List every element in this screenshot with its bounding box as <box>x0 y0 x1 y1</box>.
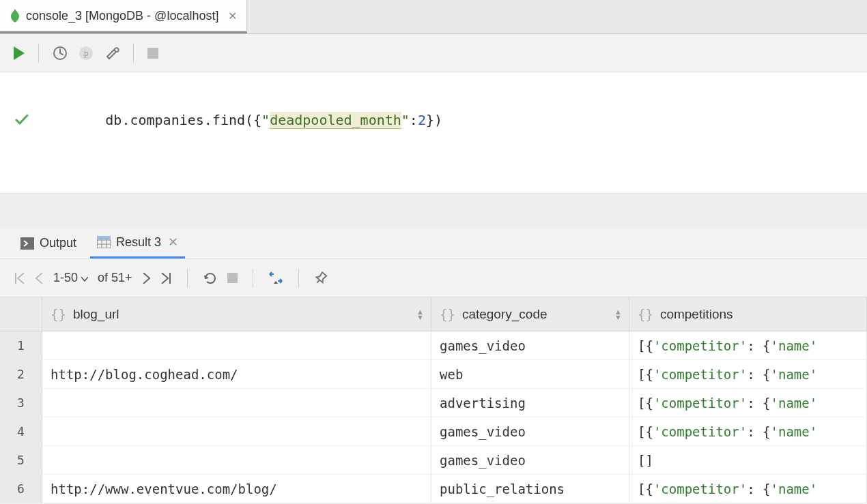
column-label: blog_url <box>73 307 119 322</box>
column-header-competitions[interactable]: {} competitions <box>629 297 867 331</box>
tab-result-label: Result 3 <box>116 235 161 250</box>
sort-icon[interactable]: ▲▼ <box>614 309 622 320</box>
column-label: competitions <box>660 307 733 322</box>
run-button[interactable] <box>12 46 25 60</box>
cell-blog-url[interactable]: http://blog.coghead.com/ <box>42 360 431 389</box>
cell-blog-url[interactable]: http://www.eventvue.com/blog/ <box>42 475 431 503</box>
braces-icon: {} <box>638 307 653 322</box>
code-number: 2 <box>418 112 426 128</box>
last-page-button[interactable] <box>160 273 172 284</box>
column-header-category-code[interactable]: {} category_code ▲▼ <box>431 297 629 331</box>
table-icon <box>97 236 111 248</box>
cell-category-code[interactable]: games_video <box>431 331 629 360</box>
row-number[interactable]: 1 <box>0 331 42 360</box>
tab-output-label: Output <box>40 236 76 250</box>
pin-icon[interactable] <box>314 271 328 285</box>
cell-blog-url[interactable] <box>42 389 431 417</box>
editor-toolbar: p <box>0 34 867 72</box>
cell-competitions[interactable]: [{'competitor': {'name' <box>629 389 867 417</box>
cell-competitions[interactable]: [{'competitor': {'name' <box>629 475 867 503</box>
history-icon[interactable] <box>53 46 68 61</box>
row-number[interactable]: 3 <box>0 389 42 417</box>
quote: " <box>261 112 270 128</box>
row-number[interactable]: 5 <box>0 446 42 475</box>
quote: " <box>401 112 410 128</box>
cell-category-code[interactable]: games_video <box>431 417 629 446</box>
editor-line: db.companies.find({"deadpooled_month":2}… <box>0 105 867 135</box>
tab-output[interactable]: Output <box>14 229 83 257</box>
cell-category-code[interactable]: advertising <box>431 389 629 417</box>
sort-icon[interactable]: ▲▼ <box>416 309 424 320</box>
reload-button[interactable] <box>203 271 218 285</box>
cell-competitions[interactable]: [] <box>629 446 867 475</box>
cell-competitions[interactable]: [{'competitor': {'name' <box>629 360 867 389</box>
row-number[interactable]: 6 <box>0 475 42 503</box>
column-header-blog-url[interactable]: {} blog_url ▲▼ <box>42 297 431 331</box>
colon: : <box>410 112 418 128</box>
separator <box>38 44 39 63</box>
row-number-header <box>0 297 42 331</box>
mongodb-leaf-icon <box>10 9 20 23</box>
first-page-button[interactable] <box>14 273 26 284</box>
cell-category-code[interactable]: games_video <box>431 446 629 475</box>
tab-result[interactable]: Result 3 ✕ <box>90 228 185 258</box>
output-icon <box>20 237 34 250</box>
stop-button[interactable] <box>147 48 158 59</box>
braces-icon: {} <box>51 307 66 322</box>
svg-rect-11 <box>227 273 238 283</box>
stop-button[interactable] <box>227 273 238 283</box>
result-tab-bar: Output Result 3 ✕ <box>0 228 867 259</box>
braces-icon: {} <box>440 307 455 322</box>
result-grid[interactable]: {} blog_url ▲▼ {} category_code ▲▼ {} co… <box>0 297 867 503</box>
check-icon <box>15 81 81 159</box>
close-icon[interactable]: ✕ <box>228 10 237 23</box>
settings-icon[interactable] <box>104 46 119 61</box>
result-toolbar: 1-50 of 51+ <box>0 259 867 297</box>
page-total: of 51+ <box>98 271 132 285</box>
separator <box>298 269 299 288</box>
code-field: deadpooled_month <box>270 112 401 129</box>
panel-gap <box>0 194 867 228</box>
separator <box>187 269 188 288</box>
code-suffix: }) <box>426 112 442 128</box>
prev-page-button[interactable] <box>35 273 44 284</box>
separator <box>253 269 253 288</box>
query-editor[interactable]: db.companies.find({"deadpooled_month":2}… <box>0 72 867 194</box>
cell-blog-url[interactable] <box>42 446 431 475</box>
parameters-icon[interactable]: p <box>79 46 94 61</box>
editor-tab[interactable]: console_3 [MongoDB - @localhost] ✕ <box>0 0 247 33</box>
cell-blog-url[interactable] <box>42 417 431 446</box>
column-label: category_code <box>462 307 548 322</box>
separator <box>133 44 134 63</box>
next-page-button[interactable] <box>142 273 150 284</box>
code-prefix: db.companies.find({ <box>105 112 261 128</box>
row-number[interactable]: 4 <box>0 417 42 446</box>
page-range[interactable]: 1-50 <box>53 271 88 285</box>
svg-rect-3 <box>147 48 158 59</box>
svg-text:p: p <box>84 48 88 58</box>
cell-competitions[interactable]: [{'competitor': {'name' <box>629 417 867 446</box>
row-number[interactable]: 2 <box>0 360 42 389</box>
editor-tab-title: console_3 [MongoDB - @localhost] <box>26 9 218 23</box>
chevron-down-icon <box>81 277 88 282</box>
compare-icon[interactable] <box>268 271 283 285</box>
close-icon[interactable]: ✕ <box>168 235 178 250</box>
cell-blog-url[interactable] <box>42 331 431 360</box>
cell-category-code[interactable]: public_relations <box>431 475 629 503</box>
cell-competitions[interactable]: [{'competitor': {'name' <box>629 331 867 360</box>
cell-category-code[interactable]: web <box>431 360 629 389</box>
svg-rect-10 <box>97 236 111 239</box>
tab-bar: console_3 [MongoDB - @localhost] ✕ <box>0 0 867 34</box>
